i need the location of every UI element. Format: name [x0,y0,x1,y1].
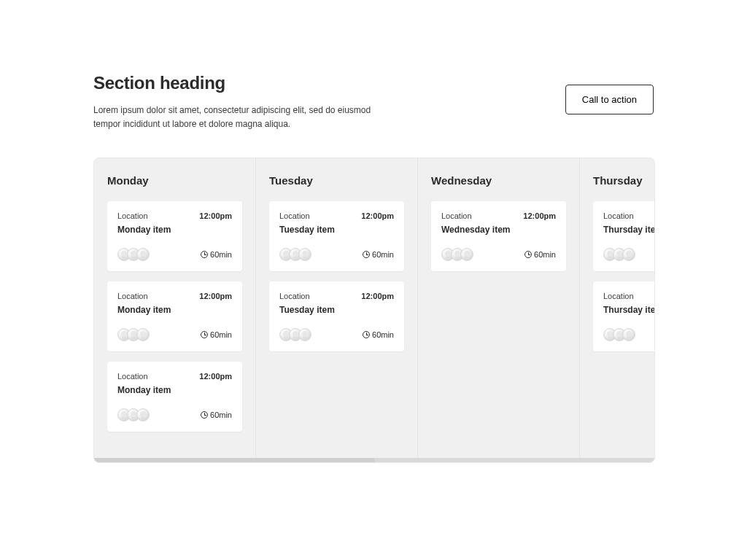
schedule-card[interactable]: Location12:00pmTuesday item60min [269,281,404,351]
card-time: 12:00pm [199,292,232,300]
avatar-icon [136,408,150,421]
clock-icon [201,251,208,258]
clock-icon [525,251,532,258]
clock-icon [201,331,208,338]
card-title: Wednesday item [441,225,556,235]
card-duration-text: 60min [534,250,556,259]
card-location: Location [603,211,634,220]
avatar-icon [298,248,311,261]
card-time: 12:00pm [199,211,232,220]
card-duration: 60min [201,250,232,259]
card-title: Tuesday item [279,305,394,315]
schedule-card[interactable]: Location12:00pmMonday item60min [107,362,242,432]
avatar-icon [298,328,311,341]
horizontal-scrollbar[interactable] [94,458,654,462]
page-title: Section heading [93,73,400,93]
avatar-stack [117,248,150,261]
day-column: MondayLocation12:00pmMonday item60minLoc… [94,158,256,458]
card-duration-text: 60min [210,411,232,419]
card-location: Location [117,372,148,381]
clock-icon [201,411,208,419]
avatar-stack [279,248,311,261]
day-column: WednesdayLocation12:00pmWednesday item60… [418,158,580,458]
schedule-card[interactable]: Location12:00pmTuesday item60min [269,201,404,271]
card-location: Location [117,292,148,300]
avatar-icon [136,248,150,261]
avatar-icon [622,328,635,341]
schedule-card[interactable]: Location12:00pmThursday item60min [593,201,654,271]
day-heading: Thursday [593,174,654,187]
avatar-stack [441,248,473,261]
day-heading: Tuesday [269,174,404,187]
avatar-stack [279,328,311,341]
schedule-scroll[interactable]: MondayLocation12:00pmMonday item60minLoc… [94,158,654,458]
card-duration-text: 60min [210,330,232,339]
avatar-stack [603,328,635,341]
clock-icon [363,251,370,258]
avatar-icon [622,248,635,261]
card-duration: 60min [525,250,556,259]
day-column: TuesdayLocation12:00pmTuesday item60minL… [256,158,418,458]
card-time: 12:00pm [199,372,232,381]
card-duration-text: 60min [372,330,394,339]
card-duration: 60min [363,250,394,259]
card-time: 12:00pm [361,211,394,220]
schedule-card[interactable]: Location12:00pmMonday item60min [107,281,242,351]
card-title: Monday item [117,385,232,395]
card-duration-text: 60min [210,250,232,259]
card-location: Location [441,211,472,220]
card-title: Thursday item [603,225,654,235]
card-duration-text: 60min [372,250,394,259]
card-title: Monday item [117,305,232,315]
card-duration: 60min [363,330,394,339]
card-duration: 60min [201,330,232,339]
clock-icon [363,331,370,338]
horizontal-scrollbar-thumb[interactable] [94,458,374,462]
day-column: ThursdayLocation12:00pmThursday item60mi… [580,158,654,458]
schedule-card[interactable]: Location12:00pmMonday item60min [107,201,242,271]
card-location: Location [279,292,310,300]
avatar-icon [136,328,150,341]
page-subtitle: Lorem ipsum dolor sit amet, consectetur … [93,104,400,131]
avatar-stack [117,408,150,421]
card-location: Location [117,211,148,220]
card-time: 12:00pm [361,292,394,300]
avatar-stack [117,328,150,341]
card-title: Thursday item [603,305,654,315]
card-duration: 60min [201,411,232,419]
schedule-card[interactable]: Location12:00pmThursday item60min [593,281,654,351]
avatar-icon [460,248,473,261]
card-location: Location [603,292,634,300]
cta-button[interactable]: Call to action [565,85,654,114]
card-location: Location [279,211,310,220]
schedule-board: MondayLocation12:00pmMonday item60minLoc… [93,158,655,463]
card-title: Tuesday item [279,225,394,235]
card-time: 12:00pm [523,211,556,220]
avatar-stack [603,248,635,261]
day-heading: Wednesday [431,174,566,187]
schedule-card[interactable]: Location12:00pmWednesday item60min [431,201,566,271]
day-heading: Monday [107,174,242,187]
card-title: Monday item [117,225,232,235]
